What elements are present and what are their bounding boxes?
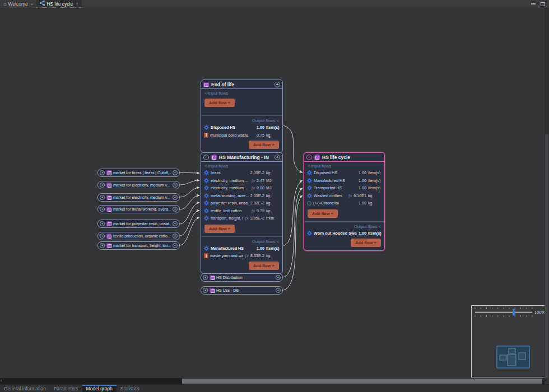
add-flow-button[interactable]: Add flow +: [204, 99, 235, 107]
home-icon: ⌂: [3, 2, 6, 7]
process-node-mini[interactable]: +market for transport, freight, lorr...+: [97, 241, 180, 250]
process-node-life-cycle[interactable]: −HS life cycle< Input flowsDisposed HS1.…: [304, 152, 385, 251]
collapse-icon[interactable]: −: [306, 155, 312, 160]
expand-icon[interactable]: +: [274, 155, 280, 160]
slider-handle[interactable]: [513, 309, 515, 316]
flow-row[interactable]: polyester resin, unsa...2.32E-2kg: [201, 199, 282, 207]
connection-link[interactable]: [283, 125, 303, 172]
flow-row[interactable]: metal working, aver...2.05E-2kg: [201, 192, 282, 200]
connection-link[interactable]: [180, 203, 199, 224]
connection-link[interactable]: [180, 195, 199, 209]
expand-right-icon[interactable]: +: [173, 170, 178, 175]
flow-row[interactable]: electricity, medium ...ƒx2.47MJ: [201, 177, 282, 185]
maximize-icon[interactable]: [541, 2, 545, 6]
process-node-mini[interactable]: +HS Use - DE+: [201, 286, 283, 295]
process-node-mini[interactable]: +market for metal working, avera...+: [97, 205, 180, 213]
flow-amount: 1.00: [359, 200, 366, 206]
expand-icon[interactable]: +: [274, 82, 280, 87]
process-node-mini[interactable]: +market for polyester resin, unsat...+: [97, 220, 180, 228]
vertical-scrollbar-thumb[interactable]: [545, 134, 548, 378]
close-icon[interactable]: ×: [76, 1, 78, 6]
expand-right-icon[interactable]: +: [173, 207, 178, 212]
node-header[interactable]: −HS life cycle: [304, 153, 384, 162]
editor-tab-hs-life-cycle[interactable]: HS life cycle×: [36, 0, 81, 8]
process-node-mini[interactable]: +market for electricity, medium v...+: [97, 181, 180, 189]
expand-left-icon[interactable]: +: [100, 207, 105, 212]
minimize-icon[interactable]: [531, 3, 536, 4]
collapse-icon[interactable]: −: [203, 155, 209, 160]
flow-row[interactable]: transport, freight, lo...ƒx3.95E-2t*km: [201, 214, 282, 222]
flow-row[interactable]: Disposed HS1.00Item(s): [304, 169, 384, 177]
expand-right-icon[interactable]: +: [173, 195, 178, 200]
expand-left-icon[interactable]: +: [203, 288, 208, 293]
flow-row[interactable]: Transported HS1.00Item(s): [304, 184, 384, 192]
expand-left-icon[interactable]: +: [100, 221, 105, 226]
add-flow-button[interactable]: Add flow +: [308, 209, 338, 218]
horizontal-scrollbar[interactable]: ‹: [0, 378, 545, 384]
scroll-left-arrow-icon[interactable]: ‹: [1, 379, 2, 382]
add-flow-button[interactable]: Add flow +: [351, 239, 381, 247]
expand-left-icon[interactable]: +: [100, 183, 105, 188]
flow-row[interactable]: (+-)-Citronellol1.00kg: [304, 199, 384, 207]
flow-row[interactable]: Disposed HS1.00Item(s): [201, 124, 282, 132]
minimap-viewport[interactable]: [472, 319, 547, 377]
flow-row[interactable]: electricity, medium ...ƒx0.00MJ: [201, 184, 282, 192]
flow-row[interactable]: textile, knit cottonƒx0.79kg: [201, 207, 282, 215]
flow-name: textile, knit cotton: [211, 208, 249, 213]
process-node-end-of-life[interactable]: End of life+< Input flowsAdd flow +Outpu…: [201, 80, 283, 153]
vertical-scrollbar[interactable]: [545, 8, 549, 378]
flow-amount: 6.16E1: [353, 193, 366, 198]
process-node-mini[interactable]: +market for brass | brass | Cutoff, ...+: [97, 169, 180, 177]
formula-icon: ƒx: [251, 209, 255, 213]
expand-left-icon[interactable]: +: [100, 170, 105, 175]
output-flows-label: Output flows <: [201, 116, 282, 124]
flow-row[interactable]: Manufactured HS1.00Item(s): [304, 177, 384, 185]
page-tab-model-graph[interactable]: Model graph: [82, 385, 117, 392]
expand-right-icon[interactable]: +: [173, 234, 178, 239]
editor-tab-welcome[interactable]: ⌂Welcome×: [0, 0, 36, 8]
horizontal-scrollbar-thumb[interactable]: [182, 379, 542, 384]
page-tab-statistics[interactable]: Statistics: [117, 385, 143, 392]
process-node-mini[interactable]: +textile production, organic cotto...+: [97, 232, 180, 240]
process-node-mini[interactable]: +HS Distribution+: [201, 273, 283, 282]
add-flow-button[interactable]: Add flow +: [204, 225, 235, 233]
flow-unit: Item(s): [368, 170, 381, 175]
expand-right-icon[interactable]: +: [173, 183, 178, 188]
connection-link[interactable]: [180, 172, 199, 173]
connection-link[interactable]: [283, 180, 303, 246]
flow-row[interactable]: brass2.05E-2kg: [201, 169, 282, 177]
expand-left-icon[interactable]: +: [100, 195, 105, 200]
product-flow-icon: [204, 208, 209, 213]
expand-left-icon[interactable]: +: [100, 234, 105, 239]
expand-right-icon[interactable]: +: [173, 221, 178, 226]
page-tab-parameters[interactable]: Parameters: [50, 385, 82, 392]
flow-unit: Item(s): [368, 231, 381, 236]
flow-row[interactable]: municipal solid waste0.75kg: [201, 132, 282, 139]
process-node-manufacturing[interactable]: −HS Manufacturing - IN+< Input flowsbras…: [201, 152, 283, 274]
product-flow-icon: [204, 170, 209, 175]
node-header[interactable]: End of life+: [201, 80, 282, 89]
add-flow-button[interactable]: Add flow +: [249, 141, 279, 149]
flow-row[interactable]: waste yarn and wa...ƒx8.33E-2kg: [201, 252, 282, 260]
process-node-mini[interactable]: +market for electricity, medium v...+: [97, 193, 180, 202]
expand-right-icon[interactable]: +: [276, 288, 281, 293]
flow-row[interactable]: Manufactured HS1.00Item(s): [201, 245, 282, 253]
connection-link[interactable]: [180, 188, 199, 197]
connection-link[interactable]: [180, 180, 199, 185]
node-header[interactable]: −HS Manufacturing - IN+: [201, 153, 282, 162]
expand-right-icon[interactable]: +: [276, 275, 281, 280]
flow-row[interactable]: Worn out Hooded Swea...1.00Item(s): [304, 230, 384, 237]
model-graph-canvas[interactable]: End of life+< Input flowsAdd flow +Outpu…: [0, 0, 549, 392]
add-flow-button[interactable]: Add flow +: [249, 262, 279, 270]
expand-left-icon[interactable]: +: [203, 275, 208, 280]
connection-link[interactable]: [283, 188, 303, 277]
expand-left-icon[interactable]: +: [100, 243, 105, 248]
expand-right-icon[interactable]: +: [173, 243, 178, 248]
flow-row[interactable]: Washed clothesƒx6.16E1kg: [304, 192, 384, 200]
close-icon[interactable]: ×: [31, 2, 34, 7]
product-flow-icon: [307, 231, 312, 236]
process-icon: [211, 155, 217, 160]
connection-link[interactable]: [180, 218, 199, 245]
page-tab-general-information[interactable]: General information: [0, 385, 50, 392]
flow-amount: 3.95E-2: [250, 216, 264, 221]
